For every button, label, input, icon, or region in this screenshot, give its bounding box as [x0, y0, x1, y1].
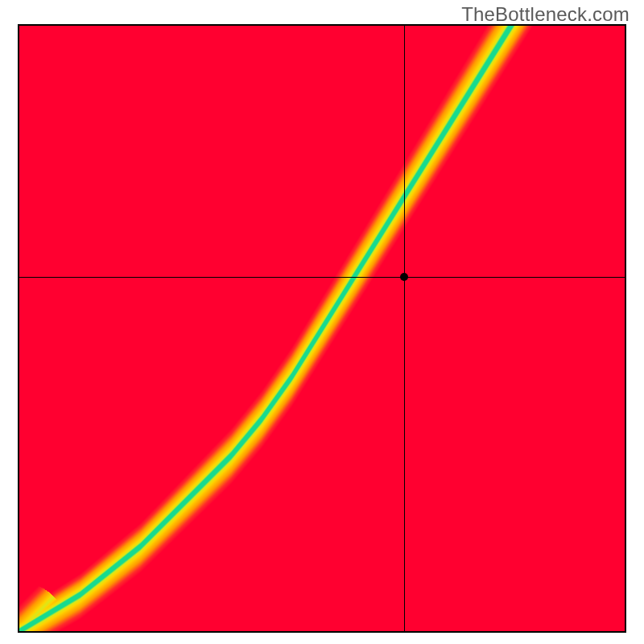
chart-stage: TheBottleneck.com [0, 0, 644, 644]
heatmap-canvas [19, 26, 625, 631]
crosshair-horizontal [19, 277, 625, 278]
watermark-label: TheBottleneck.com [461, 3, 630, 26]
plot-area [18, 24, 626, 633]
marker-dot [400, 273, 408, 281]
crosshair-vertical [404, 26, 405, 631]
